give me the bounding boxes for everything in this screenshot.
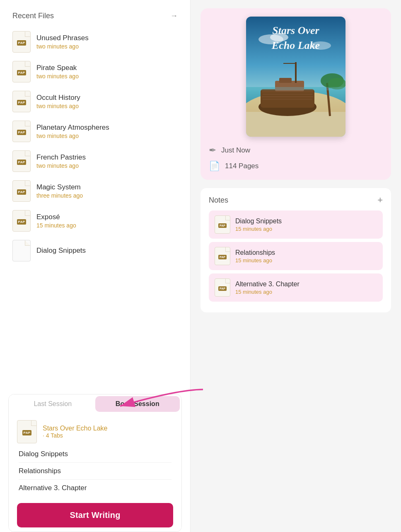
session-book-info: Stars Over Echo Lake · 4 Tabs: [43, 425, 108, 439]
pen-icon: ✒: [209, 145, 216, 156]
file-time: 15 minutes ago: [36, 222, 76, 229]
svg-rect-16: [283, 63, 296, 64]
start-writing-button[interactable]: Start Writing: [17, 503, 173, 527]
file-name: Unused Phrases: [36, 34, 89, 42]
file-name: Dialog Snippets: [36, 247, 86, 255]
sessions-area: Last Session Book Session PAP Stars Over…: [8, 394, 182, 532]
file-time: two minutes ago: [36, 133, 109, 139]
note-icon: PAP: [215, 278, 230, 297]
session-book-item[interactable]: PAP Stars Over Echo Lake · 4 Tabs: [17, 420, 173, 443]
notes-section: Notes + PAP Dialog Snippets 15 minutes a…: [200, 188, 391, 312]
note-icon: PAP: [215, 247, 230, 265]
file-icon: [12, 240, 31, 261]
notes-add-button[interactable]: +: [377, 196, 383, 205]
file-icon: PAP: [12, 121, 31, 142]
note-time: 15 minutes ago: [235, 257, 275, 264]
recent-files-arrow-icon[interactable]: →: [170, 12, 178, 20]
file-list: PAP Unused Phrases two minutes ago PAP P…: [0, 27, 190, 390]
file-pap-label: PAP: [17, 189, 27, 195]
file-time: two minutes ago: [36, 103, 80, 109]
file-name: Magic System: [36, 183, 83, 191]
page-wrapper: Recent Files → PAP Unused Phrases two mi…: [0, 0, 401, 532]
recent-files-title: Recent Files: [12, 12, 54, 20]
left-panel: Recent Files → PAP Unused Phrases two mi…: [0, 0, 191, 532]
book-card: Stars Over Echo Lake ✒ Just Now 📄 114 Pa…: [200, 8, 391, 180]
svg-text:Echo Lake: Echo Lake: [271, 39, 320, 51]
session-sub-item[interactable]: Dialog Snippets: [19, 448, 172, 462]
notes-header: Notes +: [209, 196, 383, 205]
file-item[interactable]: PAP Occult History two minutes ago: [8, 87, 182, 116]
file-time: two minutes ago: [36, 73, 79, 80]
file-name: Exposé: [36, 213, 76, 221]
file-pap-label: PAP: [17, 100, 27, 105]
tab-last-session[interactable]: Last Session: [10, 396, 95, 412]
file-time: two minutes ago: [36, 162, 86, 169]
file-info: Planetary Atmospheres two minutes ago: [36, 123, 109, 139]
file-pap-label: [20, 251, 23, 252]
notes-list: PAP Dialog Snippets 15 minutes ago PAP R…: [209, 210, 383, 302]
file-name: Planetary Atmospheres: [36, 123, 109, 132]
book-cover[interactable]: Stars Over Echo Lake: [246, 17, 345, 137]
file-time: two minutes ago: [36, 43, 89, 50]
file-item[interactable]: Dialog Snippets: [8, 236, 182, 266]
note-name: Dialog Snippets: [235, 218, 282, 225]
svg-rect-11: [262, 96, 313, 97]
file-pap-label: PAP: [17, 40, 27, 46]
page-icon: 📄: [209, 161, 220, 172]
file-pap-label: PAP: [17, 70, 27, 75]
note-pap-label: PAP: [218, 223, 227, 228]
book-time-row: ✒ Just Now: [209, 145, 383, 156]
svg-rect-14: [279, 78, 292, 83]
session-sub-item[interactable]: Alternative 3. Chapter: [19, 479, 172, 496]
note-info: Relationships 15 minutes ago: [235, 249, 275, 264]
file-item[interactable]: PAP Exposé 15 minutes ago: [8, 206, 182, 236]
note-item[interactable]: PAP Relationships 15 minutes ago: [209, 242, 383, 270]
note-item[interactable]: PAP Dialog Snippets 15 minutes ago: [209, 210, 383, 239]
note-pap-label: PAP: [218, 286, 227, 291]
note-name: Alternative 3. Chapter: [235, 281, 300, 288]
file-item[interactable]: PAP Planetary Atmospheres two minutes ag…: [8, 116, 182, 146]
book-pages-row: 📄 114 Pages: [209, 161, 383, 172]
file-info: Pirate Speak two minutes ago: [36, 64, 79, 80]
session-sub-item[interactable]: Relationships: [19, 462, 172, 479]
svg-rect-15: [295, 62, 297, 83]
session-sub-items: Dialog SnippetsRelationshipsAlternative …: [17, 448, 173, 496]
note-info: Dialog Snippets 15 minutes ago: [235, 218, 282, 232]
session-book-pap-label: PAP: [22, 430, 32, 435]
note-item[interactable]: PAP Alternative 3. Chapter 15 minutes ag…: [209, 273, 383, 302]
session-book-icon: PAP: [17, 420, 37, 443]
svg-text:Stars Over: Stars Over: [272, 24, 319, 36]
file-item[interactable]: PAP Pirate Speak two minutes ago: [8, 57, 182, 87]
book-time-label: Just Now: [221, 146, 250, 155]
notes-title: Notes: [209, 196, 228, 205]
file-icon: PAP: [12, 31, 31, 53]
note-time: 15 minutes ago: [235, 226, 282, 232]
svg-rect-9: [262, 91, 313, 92]
file-icon: PAP: [12, 210, 31, 232]
file-pap-label: PAP: [17, 160, 27, 165]
file-pap-label: PAP: [17, 130, 27, 135]
svg-rect-12: [263, 99, 312, 100]
book-meta: ✒ Just Now 📄 114 Pages: [209, 145, 383, 172]
file-info: Dialog Snippets: [36, 247, 86, 255]
file-time: three minutes ago: [36, 192, 83, 199]
file-icon: PAP: [12, 91, 31, 112]
file-info: French Pastries two minutes ago: [36, 153, 86, 169]
file-icon: PAP: [12, 61, 31, 82]
note-icon: PAP: [215, 215, 230, 234]
file-item[interactable]: PAP Unused Phrases two minutes ago: [8, 27, 182, 57]
right-panel: Stars Over Echo Lake ✒ Just Now 📄 114 Pa…: [191, 0, 401, 532]
recent-files-header: Recent Files →: [0, 0, 190, 27]
file-name: Pirate Speak: [36, 64, 79, 72]
session-tabs: Last Session Book Session: [9, 394, 181, 414]
file-item[interactable]: PAP French Pastries two minutes ago: [8, 146, 182, 176]
file-item[interactable]: PAP Magic System three minutes ago: [8, 176, 182, 206]
note-time: 15 minutes ago: [235, 289, 300, 295]
note-info: Alternative 3. Chapter 15 minutes ago: [235, 281, 300, 295]
svg-rect-10: [263, 94, 312, 95]
tab-book-session[interactable]: Book Session: [95, 396, 180, 412]
book-cover-svg: Stars Over Echo Lake: [246, 17, 345, 137]
svg-rect-20: [246, 87, 345, 90]
note-name: Relationships: [235, 249, 275, 256]
session-book-tabs: · 4 Tabs: [43, 432, 108, 439]
